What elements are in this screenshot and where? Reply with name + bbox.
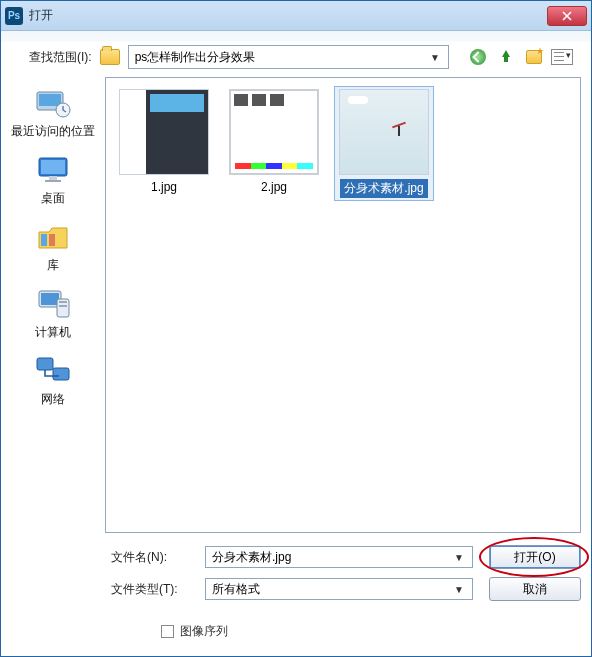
svg-rect-9: [41, 234, 47, 246]
open-dialog: Ps 打开 查找范围(I): ps怎样制作出分身效果 ▼: [0, 0, 592, 657]
place-desktop[interactable]: 桌面: [5, 150, 101, 211]
filetype-combo[interactable]: 所有格式 ▼: [205, 578, 473, 600]
footer: 图像序列: [1, 603, 591, 656]
open-button-label: 打开(O): [514, 549, 555, 566]
svg-rect-8: [45, 180, 61, 182]
look-in-combo[interactable]: ps怎样制作出分身效果 ▼: [128, 45, 449, 69]
photoshop-icon: Ps: [5, 7, 23, 25]
open-button[interactable]: 打开(O): [489, 545, 581, 569]
thumbnail: [229, 89, 319, 175]
place-label: 计算机: [35, 324, 71, 341]
checkbox-label: 图像序列: [180, 623, 228, 640]
filetype-label: 文件类型(T):: [111, 581, 189, 598]
place-label: 桌面: [41, 190, 65, 207]
image-sequence-checkbox[interactable]: 图像序列: [161, 623, 591, 640]
chevron-down-icon: ▼: [428, 52, 442, 63]
open-button-highlight: 打开(O): [489, 545, 581, 569]
filename-combo[interactable]: 分身术素材.jpg ▼: [205, 546, 473, 568]
svg-rect-14: [59, 301, 67, 303]
recent-icon: [33, 85, 73, 121]
file-item-selected[interactable]: 分身术素材.jpg: [334, 86, 434, 201]
filename-label: 文件名(N):: [111, 549, 189, 566]
place-computer[interactable]: 计算机: [5, 284, 101, 345]
cancel-button[interactable]: 取消: [489, 577, 581, 601]
look-in-row: 查找范围(I): ps怎样制作出分身效果 ▼: [1, 31, 591, 77]
folder-icon: [100, 49, 120, 65]
back-icon: [470, 49, 486, 65]
filetype-value: 所有格式: [212, 581, 452, 598]
body: 最近访问的位置 桌面 库 计算机: [1, 77, 591, 533]
svg-rect-10: [49, 234, 55, 246]
filename-value: 分身术素材.jpg: [212, 549, 452, 566]
place-network[interactable]: 网络: [5, 351, 101, 412]
svg-rect-3: [39, 94, 61, 106]
close-button[interactable]: [547, 6, 587, 26]
chevron-down-icon: ▼: [452, 584, 466, 595]
place-libraries[interactable]: 库: [5, 217, 101, 278]
desktop-icon: [33, 152, 73, 188]
cancel-button-label: 取消: [523, 581, 547, 598]
look-in-value: ps怎样制作出分身效果: [135, 49, 428, 66]
places-bar: 最近访问的位置 桌面 库 计算机: [1, 77, 105, 533]
filetype-row: 文件类型(T): 所有格式 ▼ 取消: [111, 577, 581, 601]
svg-rect-16: [37, 358, 53, 370]
titlebar: Ps 打开: [1, 1, 591, 31]
back-button[interactable]: [467, 47, 489, 67]
svg-rect-6: [41, 160, 65, 174]
file-item[interactable]: 1.jpg: [114, 86, 214, 198]
svg-rect-15: [59, 305, 67, 307]
chevron-down-icon: ▼: [452, 552, 466, 563]
view-menu-icon: [551, 49, 573, 65]
file-name: 1.jpg: [147, 179, 181, 195]
place-label: 网络: [41, 391, 65, 408]
svg-rect-7: [49, 176, 57, 180]
file-item[interactable]: 2.jpg: [224, 86, 324, 198]
place-recent[interactable]: 最近访问的位置: [5, 83, 101, 144]
place-label: 库: [47, 257, 59, 274]
svg-rect-17: [53, 368, 69, 380]
close-icon: [562, 11, 572, 21]
file-pane[interactable]: 1.jpg 2.jpg 分身术素材.jpg: [105, 77, 581, 533]
up-one-level-button[interactable]: [495, 47, 517, 67]
up-icon: [499, 50, 513, 64]
checkbox-icon: [161, 625, 174, 638]
filename-row: 文件名(N): 分身术素材.jpg ▼ 打开(O): [111, 545, 581, 569]
network-icon: [33, 353, 73, 389]
window-title: 打开: [29, 7, 547, 24]
toolbar: [467, 47, 573, 67]
view-menu-button[interactable]: [551, 47, 573, 67]
thumbnail: [119, 89, 209, 175]
svg-rect-12: [41, 293, 59, 305]
place-label: 最近访问的位置: [11, 123, 95, 140]
file-name: 2.jpg: [257, 179, 291, 195]
new-folder-icon: [526, 50, 542, 64]
thumbnail: [339, 89, 429, 175]
libraries-icon: [33, 219, 73, 255]
computer-icon: [33, 286, 73, 322]
bottom-controls: 文件名(N): 分身术素材.jpg ▼ 打开(O) 文件类型(T): 所有格式 …: [1, 533, 591, 603]
new-folder-button[interactable]: [523, 47, 545, 67]
file-name: 分身术素材.jpg: [340, 179, 427, 198]
file-list: 1.jpg 2.jpg 分身术素材.jpg: [106, 78, 580, 209]
look-in-label: 查找范围(I):: [29, 49, 92, 66]
